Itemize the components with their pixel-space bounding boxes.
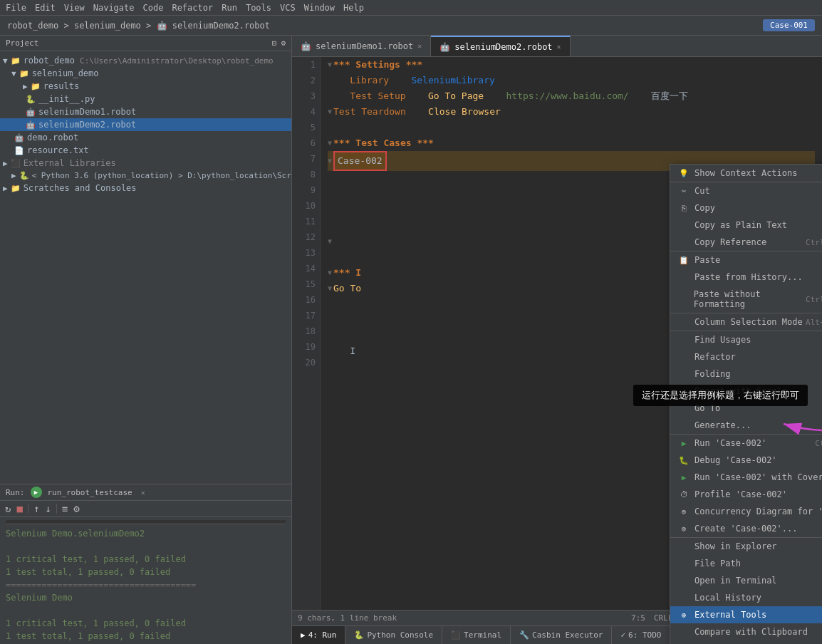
tree-item-root[interactable]: ▼ 📁 robot_demo C:\Users\Administrator\De… [0, 54, 291, 67]
tab-demo2-close[interactable]: ✕ [557, 43, 561, 51]
ctx-local-history[interactable]: Local History ▶ [670, 589, 822, 606]
menu-vcs[interactable]: VCS [280, 3, 296, 13]
scroll-up-icon[interactable]: ↑ [31, 502, 41, 515]
fold-icon-1: ▼ [328, 57, 332, 73]
ctx-diagrams[interactable]: ⊟ Diagrams ▶ [670, 640, 822, 644]
menu-edit[interactable]: Edit [35, 3, 56, 13]
ctx-label-show-explorer: Show in Explorer [694, 541, 777, 551]
menu-run[interactable]: Run [222, 3, 237, 13]
ctx-label-cut: Cut [694, 186, 710, 196]
ctx-refactor[interactable]: Refactor ▶ [670, 348, 822, 365]
run-play-button[interactable]: ▶ [31, 487, 42, 498]
teardown-keyword: Test Teardown [333, 104, 406, 120]
ctx-debug-case[interactable]: 🐛 Debug 'Case-002' [670, 452, 822, 469]
bottom-tab-todo[interactable]: ✓ 6: TODO [612, 626, 670, 644]
ctx-label-copy-plain: Copy as Plain Text [694, 220, 787, 230]
ctx-paste-noformat[interactable]: Paste without Formatting Ctrl+Alt+Shift+… [670, 286, 822, 313]
ctx-copy[interactable]: ⎘ Copy Ctrl+C [670, 199, 822, 217]
robot-file-icon: 🤖 [26, 108, 36, 117]
ctx-open-terminal[interactable]: Open in Terminal [670, 572, 822, 589]
menu-window[interactable]: Window [304, 3, 335, 13]
tab-demo1[interactable]: 🤖 seleniumDemo1.robot ✕ [292, 36, 431, 56]
status-position: 7:5 [631, 613, 645, 623]
ctx-label-create: Create 'Case-002'... [694, 524, 798, 534]
ctx-create-case[interactable]: ⊕ Create 'Case-002'... [670, 520, 822, 537]
menu-navigate[interactable]: Navigate [93, 3, 135, 13]
menu-help[interactable]: Help [343, 3, 364, 13]
tree-item-demo2[interactable]: 🤖 seleniumDemo2.robot [0, 118, 291, 131]
tree-item-ext-libs[interactable]: ▶ ⬛ External Libraries [0, 157, 291, 170]
tab-demo1-close[interactable]: ✕ [417, 42, 422, 50]
ctx-show-explorer[interactable]: Show in Explorer [670, 538, 822, 555]
tree-label-demo: demo.robot [27, 133, 78, 142]
bottom-tab-casbin[interactable]: 🔧 Casbin Executor [511, 626, 612, 644]
ctx-run-coverage[interactable]: ▶ Run 'Case-002' with Coverage [670, 469, 822, 486]
ctx-external-tools[interactable]: ⊕ External Tools ▶ [670, 606, 822, 623]
ctx-paste-history[interactable]: Paste from History... Ctrl+Shift+V [670, 269, 822, 286]
collapse-all-icon[interactable]: ⊟ [272, 38, 277, 48]
folder-icon: 📁 [11, 184, 21, 193]
menu-refactor[interactable]: Refactor [172, 3, 213, 13]
soft-wrap-icon[interactable]: ≡ [60, 502, 70, 515]
expand-icon: ▶ [3, 184, 8, 193]
tree-item-scratches[interactable]: ▶ 📁 Scratches and Consoles [0, 182, 291, 194]
menu-tools[interactable]: Tools [246, 3, 271, 13]
ctx-compare-clipboard[interactable]: Compare with Clipboard [670, 623, 822, 640]
menu-bar: File Edit View Navigate Code Refactor Ru… [0, 0, 822, 16]
ctx-label-compare: Compare with Clipboard [694, 627, 808, 637]
python-icon: 🐍 [19, 171, 29, 180]
tree-label-init: __init__.py [38, 94, 95, 104]
ctx-label-refactor: Refactor [694, 352, 736, 362]
separator: ===================================== [6, 578, 286, 591]
tab-demo2[interactable]: 🤖 seleniumDemo2.robot ✕ [431, 36, 570, 56]
bottom-tab-terminal[interactable]: ⬛ Terminal [442, 626, 511, 644]
ctx-show-context[interactable]: 💡 Show Context Actions Alt+Enter [670, 165, 822, 182]
tree-item-selenium-demo[interactable]: ▼ 📁 selenium_demo [0, 67, 291, 80]
ctx-label-paste-noformat: Paste without Formatting [694, 289, 806, 309]
ctx-shortcut-run: Ctrl+Shift+F10 [815, 439, 822, 448]
ctx-copy-plain[interactable]: Copy as Plain Text [670, 217, 822, 234]
scroll-down-icon[interactable]: ↓ [43, 502, 53, 515]
folder-icon: 📁 [31, 82, 41, 91]
run-tab-name[interactable]: run_robot_testcase [48, 488, 132, 497]
ctx-profile[interactable]: ⏱ Profile 'Case-002' [670, 486, 822, 503]
settings-icon[interactable]: ⚙ [281, 38, 286, 48]
ctx-concurrency[interactable]: ⊕ Concurrency Diagram for 'Case-002' [670, 503, 822, 520]
tree-item-demo1[interactable]: 🤖 seleniumDemo1.robot [0, 105, 291, 118]
settings-run-icon[interactable]: ⚙ [71, 502, 81, 515]
annotation-text: 运行还是选择用例标题，右键运行即可 [633, 385, 808, 406]
stop-icon[interactable]: ■ [14, 502, 24, 515]
run-close-icon[interactable]: ✕ [141, 489, 145, 497]
ctx-folding[interactable]: Folding ▶ [670, 365, 822, 383]
menu-view[interactable]: View [64, 3, 85, 13]
ctx-paste[interactable]: 📋 Paste Ctrl+V [670, 251, 822, 269]
tree-item-init[interactable]: 🐍 __init__.py [0, 93, 291, 105]
ctx-label-paste-history: Paste from History... [694, 272, 803, 282]
sidebar: Project ⊟ ⚙ ▼ 📁 robot_demo C:\Users\Admi… [0, 36, 292, 644]
rerun-icon[interactable]: ↻ [3, 502, 13, 515]
tree-item-demo[interactable]: 🤖 demo.robot [0, 131, 291, 144]
tools-icon: ⊕ [679, 611, 689, 620]
ctx-generate[interactable]: Generate... Alt+Insert [670, 417, 822, 434]
tree-item-resource[interactable]: 📄 resource.txt [0, 144, 291, 157]
ctx-file-path[interactable]: File Path Ctrl+Alt+F12 [670, 555, 822, 572]
ctx-run-case[interactable]: ▶ Run 'Case-002' Ctrl+Shift+F10 [670, 435, 822, 452]
case-selector[interactable]: Case-001 [763, 19, 815, 31]
terminal-icon-bt: ⬛ [451, 630, 461, 640]
goto-call: Go To [333, 281, 361, 296]
ctx-find-usages[interactable]: Find Usages Alt+F7 [670, 331, 822, 348]
bottom-tab-python-console[interactable]: 🐍 Python Console [345, 626, 442, 644]
tree-label-resource: resource.txt [27, 145, 89, 155]
tree-item-results[interactable]: ▶ 📁 results [0, 80, 291, 93]
ctx-copy-ref[interactable]: Copy Reference Ctrl+Alt+Shift+C [670, 234, 822, 251]
ctx-cut[interactable]: ✂ Cut Ctrl+X [670, 182, 822, 199]
menu-file[interactable]: File [6, 3, 26, 13]
tree-item-python[interactable]: ▶ 🐍 < Python 3.6 (python_location) > D:\… [0, 170, 291, 182]
ctx-column-mode[interactable]: Column Selection Mode Alt+Shift+Insert [670, 313, 822, 331]
output-line-4: 1 test total, 1 passed, 0 failed [6, 566, 286, 578]
tree-label-root: robot_demo C:\Users\Administrator\Deskto… [24, 56, 274, 66]
menu-code[interactable]: Code [143, 3, 164, 13]
space [406, 104, 428, 120]
line-numbers: 1 2 3 4 5 6 7 8 9 10 11 12 13 14 15 16 1… [292, 57, 321, 644]
bottom-tab-run[interactable]: ▶ 4: Run [292, 626, 345, 644]
